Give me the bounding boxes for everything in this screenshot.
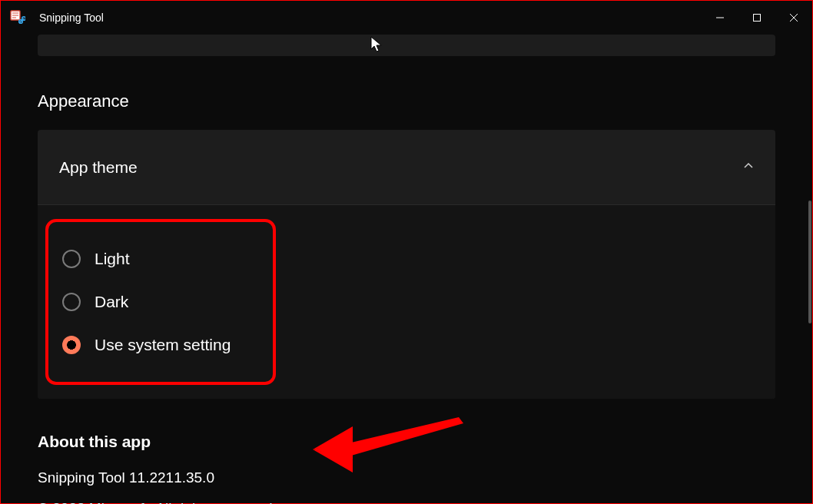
radio-icon xyxy=(62,293,81,311)
minimize-button[interactable] xyxy=(702,1,738,35)
radio-icon-selected xyxy=(62,336,81,354)
title-left: Snipping Tool xyxy=(10,10,104,25)
app-theme-body: Light Dark Use system setting xyxy=(38,205,775,399)
theme-option-dark[interactable]: Dark xyxy=(62,280,259,323)
radio-label: Use system setting xyxy=(95,336,231,354)
chevron-up-icon xyxy=(743,161,754,174)
maximize-button[interactable] xyxy=(738,1,775,35)
close-button[interactable] xyxy=(775,1,812,35)
window-controls xyxy=(702,1,812,35)
radio-label: Light xyxy=(95,250,130,268)
theme-option-system[interactable]: Use system setting xyxy=(62,323,259,366)
appearance-section-title: Appearance xyxy=(38,91,775,111)
about-section-title: About this app xyxy=(38,433,775,451)
svg-rect-8 xyxy=(754,15,761,22)
title-bar: Snipping Tool xyxy=(1,1,812,35)
snipping-tool-icon xyxy=(10,10,25,25)
scrollbar-thumb[interactable] xyxy=(808,201,811,323)
about-copyright: © 2022 Microsoft. All rights reserved. xyxy=(38,500,775,504)
previous-section-card[interactable] xyxy=(38,35,775,56)
app-window: Snipping Tool Appearance App theme xyxy=(0,0,813,504)
radio-icon xyxy=(62,250,81,268)
settings-content: Appearance App theme Light Dark xyxy=(1,35,812,503)
radio-label: Dark xyxy=(95,293,128,311)
app-theme-label: App theme xyxy=(59,158,138,177)
theme-radio-group: Light Dark Use system setting xyxy=(45,219,276,385)
app-title: Snipping Tool xyxy=(39,12,104,24)
app-theme-header[interactable]: App theme xyxy=(38,130,775,205)
app-theme-expander: App theme Light Dark xyxy=(38,130,775,399)
about-version: Snipping Tool 11.2211.35.0 xyxy=(38,469,775,486)
theme-option-light[interactable]: Light xyxy=(62,237,259,280)
